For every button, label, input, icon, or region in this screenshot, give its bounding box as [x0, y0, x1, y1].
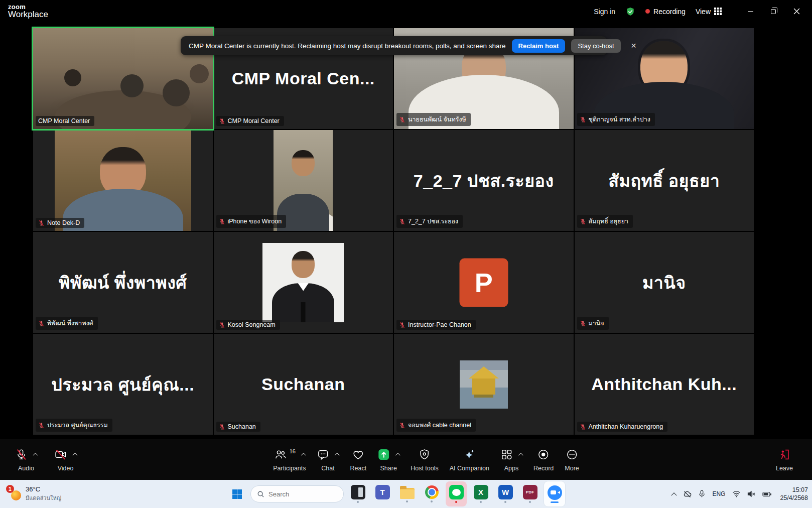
battery-icon[interactable]	[762, 491, 772, 497]
minimize-icon	[748, 11, 753, 12]
teams-icon: T	[375, 485, 390, 499]
chevron-up-icon[interactable]	[335, 453, 340, 458]
restore-icon	[771, 9, 776, 14]
windows-taskbar: 1 36°C มีแดดส่วนใหญ่ T	[0, 480, 812, 508]
tile-iphone-wiroon-video[interactable]: iPhone ของ Wiroon	[214, 130, 393, 231]
microphone-tray-icon[interactable]	[699, 490, 705, 498]
leave-button[interactable]: Leave	[772, 448, 797, 472]
mic-muted-icon	[580, 424, 586, 430]
windows-logo-icon	[232, 489, 242, 499]
taskbar-app-explorer[interactable]	[396, 481, 418, 506]
tile-manit[interactable]: มานิจ มานิจ	[575, 232, 754, 333]
mic-muted-icon	[580, 218, 586, 225]
taskbar-app-teams[interactable]: T	[372, 481, 393, 506]
banner-close-icon[interactable]: ✕	[628, 40, 640, 52]
apps-button[interactable]: Apps	[496, 448, 526, 472]
view-button[interactable]: View	[696, 8, 722, 16]
taskbar-app-excel[interactable]: X	[470, 481, 491, 506]
recording-label: Recording	[653, 8, 686, 16]
participant-name: CMP Moral Center	[228, 117, 280, 124]
restore-button[interactable]	[762, 0, 785, 23]
tile-samrit-ayutthaya[interactable]: สัมฤทธิ์ อยุธยา สัมฤทธิ์ อยุธยา	[575, 130, 754, 231]
tile-anthitchan[interactable]: Anthitchan Kuh... Anthitchan Kuharuengro…	[575, 334, 754, 435]
taskbar-clock[interactable]: 15:07 25/4/2568	[780, 486, 808, 502]
taskbar-app-pdf[interactable]: PDF	[519, 481, 540, 506]
taskbar-search[interactable]	[250, 485, 344, 502]
participant-nameplate: CMP Moral Center	[36, 116, 94, 126]
participant-nameplate: พิพัฒน์ พึ่งพาพงศ์	[36, 317, 98, 330]
host-tools-button[interactable]: Host tools	[407, 448, 443, 472]
participant-nameplate: Note Dek-D	[36, 218, 84, 228]
taskbar-app-word[interactable]: W	[495, 481, 516, 506]
more-button[interactable]: More	[561, 448, 583, 472]
chevron-up-icon[interactable]	[395, 453, 400, 458]
pdf-icon: PDF	[523, 485, 537, 499]
tile-pipat[interactable]: พิพัฒน์ พึ่งพาพงศ์ พิพัฒน์ พึ่งพาพงศ์	[33, 232, 213, 333]
audio-button[interactable]: Audio	[11, 448, 41, 472]
participant-name: 7_2_7 ปชส.ระยอง	[408, 216, 458, 226]
wifi-icon[interactable]	[732, 490, 741, 497]
recording-indicator: Recording	[645, 8, 686, 16]
view-label: View	[696, 8, 711, 16]
camera-off-icon	[54, 448, 67, 461]
taskbar-app-zoom[interactable]	[544, 481, 565, 506]
share-button[interactable]: Share	[373, 448, 403, 472]
ai-sparkle-icon	[463, 448, 476, 461]
share-screen-icon	[377, 448, 390, 461]
close-button[interactable]	[785, 0, 808, 23]
chevron-up-icon[interactable]	[33, 453, 38, 458]
running-indicator	[381, 501, 383, 503]
tile-727-rayong[interactable]: 7_2_7 ปชส.ระยอง 7_2_7 ปชส.ระยอง	[394, 130, 574, 231]
tray-time: 15:07	[780, 486, 808, 494]
record-icon	[537, 448, 550, 461]
react-button[interactable]: React	[346, 448, 371, 472]
participant-name: สัมฤทธิ์ อยุธยา	[589, 216, 629, 226]
participants-icon	[274, 448, 287, 461]
minimize-button[interactable]	[739, 0, 762, 23]
search-input[interactable]	[268, 490, 334, 498]
ai-companion-button[interactable]: AI Companion	[446, 448, 493, 472]
tile-jompong-photo[interactable]: จอมพงศ์ cable channel	[394, 334, 574, 435]
participants-button[interactable]: 16 Participants	[269, 448, 310, 472]
language-indicator[interactable]: ENG	[712, 490, 726, 497]
chevron-up-icon[interactable]	[73, 453, 78, 458]
host-tools-label: Host tools	[411, 465, 439, 472]
host-notification-banner: CMP Moral Center is currently host. Recl…	[181, 36, 607, 55]
sign-in-button[interactable]: Sign in	[594, 8, 615, 16]
taskbar-app-line[interactable]	[446, 481, 467, 506]
participant-nameplate: 7_2_7 ปชส.ระยอง	[396, 215, 463, 228]
volume-muted-icon[interactable]	[747, 490, 756, 497]
tile-suchanan[interactable]: Suchanan Suchanan	[214, 334, 393, 435]
participant-name: ชุติกาญจน์ สวท.ลำปาง	[589, 114, 650, 124]
taskbar-app-dark[interactable]	[347, 481, 368, 506]
meeting-toolbar: Audio Video 16 Participants	[0, 439, 812, 480]
hidden-icons-chevron[interactable]	[671, 492, 677, 498]
participant-name: Instructor-Pae Chanon	[408, 321, 471, 328]
tile-pramuan[interactable]: ประมวล ศูนย์คุณ... ประมวล ศูนย์คุณธรรม	[33, 334, 213, 435]
video-button[interactable]: Video	[50, 448, 81, 472]
mic-muted-icon	[219, 118, 225, 124]
chevron-up-icon[interactable]	[301, 453, 306, 458]
taskbar-app-chrome[interactable]	[421, 481, 442, 506]
tile-instructor-pae[interactable]: P Instructor-Pae Chanon	[394, 232, 574, 333]
chat-button[interactable]: Chat	[313, 448, 343, 472]
windows-start-button[interactable]	[227, 483, 247, 505]
reclaim-host-button[interactable]: Reclaim host	[512, 39, 566, 53]
mic-muted-icon	[399, 422, 405, 429]
leave-label: Leave	[776, 465, 793, 472]
participant-nameplate: Anthitchan Kuharuengrong	[577, 422, 668, 432]
avatar-letter-badge: P	[459, 258, 508, 307]
logo-workplace-text: Workplace	[8, 10, 48, 19]
running-indicator	[455, 501, 457, 503]
participant-big-name: Anthitchan Kuh...	[575, 334, 754, 435]
chevron-up-icon[interactable]	[518, 453, 523, 458]
apps-grid-icon	[500, 448, 513, 461]
more-icon	[566, 448, 578, 461]
stay-cohost-button[interactable]: Stay co-host	[571, 39, 620, 53]
mic-muted-icon	[219, 424, 225, 430]
record-button[interactable]: Record	[529, 448, 558, 472]
weather-widget[interactable]: 1 36°C มีแดดส่วนใหญ่	[4, 483, 65, 505]
tile-note-dekd-video[interactable]: Note Dek-D	[33, 130, 213, 231]
tile-kosol-photo[interactable]: Kosol Songneam	[214, 232, 393, 333]
onedrive-cloud-icon[interactable]	[683, 490, 692, 498]
